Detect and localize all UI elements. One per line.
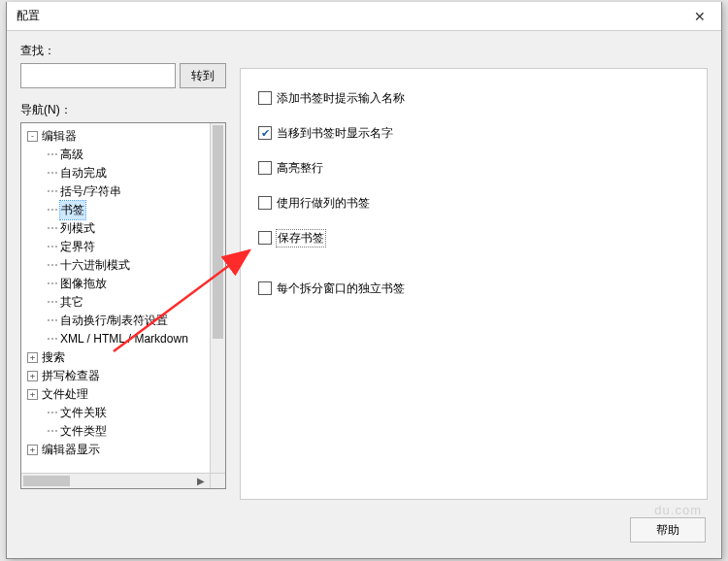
tree-node-label[interactable]: 书签: [60, 201, 85, 219]
tree-node-label[interactable]: 编辑器: [42, 127, 77, 146]
checkbox[interactable]: [258, 196, 272, 210]
tree-node-label[interactable]: 搜索: [42, 348, 65, 367]
tree-node[interactable]: ⋯XML / HTML / Markdown: [21, 330, 210, 348]
tree-node-label[interactable]: 列模式: [60, 219, 95, 238]
help-button[interactable]: 帮助: [630, 517, 706, 543]
dialog-body: 查找： 转到 导航(N)： -编辑器⋯高级⋯自动完成⋯括号/字符串⋯书签⋯列模式…: [7, 31, 721, 558]
tree-node[interactable]: ⋯图像拖放: [21, 275, 210, 293]
scrollbar-corner: [210, 473, 225, 488]
tree-node-label[interactable]: 编辑器显示: [42, 441, 100, 459]
tree-node-label[interactable]: 自动完成: [60, 164, 107, 182]
tree-leaf-icon: ⋯: [47, 164, 58, 182]
tree-leaf-icon: ⋯: [47, 330, 58, 348]
tree-node[interactable]: ⋯自动完成: [21, 164, 210, 182]
options-panel: 添加书签时提示输入名称✔当移到书签时显示名字高亮整行使用行做列的书签保存书签每个…: [240, 68, 708, 500]
tree-node-label[interactable]: 自动换行/制表符设置: [60, 312, 168, 330]
expand-icon[interactable]: +: [27, 371, 38, 381]
checkbox[interactable]: [258, 91, 272, 105]
tree-leaf-icon: ⋯: [47, 182, 58, 201]
tree-leaf-icon: ⋯: [47, 293, 58, 312]
tree-node[interactable]: ⋯书签: [21, 201, 210, 219]
expand-icon[interactable]: +: [27, 445, 38, 455]
tree-node[interactable]: +搜索: [21, 348, 210, 367]
tree-node[interactable]: ⋯其它: [21, 293, 210, 312]
left-column: 查找： 转到 导航(N)： -编辑器⋯高级⋯自动完成⋯括号/字符串⋯书签⋯列模式…: [20, 43, 226, 489]
expand-icon[interactable]: +: [27, 389, 38, 400]
checkbox-label[interactable]: 每个拆分窗口的独立书签: [277, 280, 405, 297]
tree-node-label[interactable]: 括号/字符串: [60, 182, 121, 201]
tree-node-label[interactable]: 文件关联: [60, 404, 107, 422]
tree-node-label[interactable]: 高级: [60, 146, 83, 164]
checkbox-label[interactable]: 当移到书签时显示名字: [277, 125, 393, 142]
option-row: 添加书签时提示输入名称: [258, 88, 689, 108]
tree-node[interactable]: -编辑器: [21, 127, 210, 146]
tree-leaf-icon: ⋯: [47, 219, 58, 238]
tree-leaf-icon: ⋯: [47, 404, 58, 422]
tree-node-label[interactable]: 拼写检查器: [42, 367, 100, 385]
checkbox-label[interactable]: 添加书签时提示输入名称: [277, 90, 405, 107]
tree-node-label[interactable]: 定界符: [60, 238, 95, 256]
tree-leaf-icon: ⋯: [47, 256, 58, 275]
nav-tree-viewport: -编辑器⋯高级⋯自动完成⋯括号/字符串⋯书签⋯列模式⋯定界符⋯十六进制模式⋯图像…: [21, 123, 210, 473]
tree-node[interactable]: ⋯列模式: [21, 219, 210, 238]
option-row: 保存书签: [258, 228, 689, 248]
watermark: du.com: [654, 503, 702, 517]
tree-node[interactable]: ⋯自动换行/制表符设置: [21, 312, 210, 330]
tree-leaf-icon: ⋯: [47, 275, 58, 293]
tree-node-label[interactable]: 其它: [60, 293, 83, 312]
tree-node[interactable]: ⋯文件类型: [21, 422, 210, 441]
tree-node-label[interactable]: 文件处理: [42, 385, 88, 404]
tree-node[interactable]: ⋯十六进制模式: [21, 256, 210, 275]
tree-node-label[interactable]: XML / HTML / Markdown: [60, 330, 188, 348]
checkbox-label[interactable]: 使用行做列的书签: [277, 195, 370, 212]
tree-node-label[interactable]: 十六进制模式: [60, 256, 130, 275]
option-row: ✔当移到书签时显示名字: [258, 123, 689, 143]
titlebar: 配置 ✕: [7, 2, 721, 31]
find-label: 查找：: [20, 43, 226, 59]
horizontal-scrollbar[interactable]: ▶: [21, 473, 210, 488]
tree-node[interactable]: ⋯定界符: [21, 238, 210, 256]
vertical-scrollbar[interactable]: [210, 123, 225, 473]
find-input[interactable]: [20, 63, 176, 88]
tree-node[interactable]: +拼写检查器: [21, 367, 210, 385]
tree-node[interactable]: ⋯高级: [21, 146, 210, 164]
checkbox[interactable]: ✔: [258, 126, 272, 140]
tree-node[interactable]: ⋯括号/字符串: [21, 182, 210, 201]
tree-node[interactable]: +编辑器显示: [21, 441, 210, 459]
expand-icon[interactable]: +: [27, 352, 38, 363]
tree-node-label[interactable]: 文件类型: [60, 422, 107, 441]
horizontal-scrollbar-thumb[interactable]: [23, 476, 70, 486]
checkbox-label[interactable]: 高亮整行: [277, 160, 323, 177]
nav-label: 导航(N)：: [20, 102, 226, 118]
collapse-icon[interactable]: -: [27, 131, 38, 142]
close-button[interactable]: ✕: [678, 2, 721, 31]
find-row: 转到: [20, 63, 226, 88]
tree-leaf-icon: ⋯: [47, 238, 58, 256]
tree-leaf-icon: ⋯: [47, 201, 58, 219]
tree-leaf-icon: ⋯: [47, 422, 58, 441]
tree-node-label[interactable]: 图像拖放: [60, 275, 107, 293]
nav-tree: -编辑器⋯高级⋯自动完成⋯括号/字符串⋯书签⋯列模式⋯定界符⋯十六进制模式⋯图像…: [20, 122, 226, 489]
tree-leaf-icon: ⋯: [47, 312, 58, 330]
config-dialog: 配置 ✕ 查找： 转到 导航(N)： -编辑器⋯高级⋯自动完成⋯括号/字符串⋯书…: [6, 2, 722, 559]
button-bar: 帮助: [630, 517, 706, 543]
tree-leaf-icon: ⋯: [47, 146, 58, 164]
tree-node[interactable]: ⋯文件关联: [21, 404, 210, 422]
dialog-title: 配置: [17, 8, 40, 24]
vertical-scrollbar-thumb[interactable]: [213, 125, 223, 339]
go-button[interactable]: 转到: [180, 63, 226, 88]
tree-node[interactable]: +文件处理: [21, 385, 210, 404]
checkbox[interactable]: [258, 231, 272, 245]
scrollbar-right-arrow-icon[interactable]: ▶: [194, 474, 208, 488]
checkbox[interactable]: [258, 281, 272, 295]
checkbox[interactable]: [258, 161, 272, 175]
option-row: 高亮整行: [258, 158, 689, 178]
option-row: 每个拆分窗口的独立书签: [258, 279, 689, 298]
option-row: 使用行做列的书签: [258, 193, 689, 213]
checkbox-label[interactable]: 保存书签: [277, 230, 325, 247]
close-icon: ✕: [694, 9, 706, 24]
